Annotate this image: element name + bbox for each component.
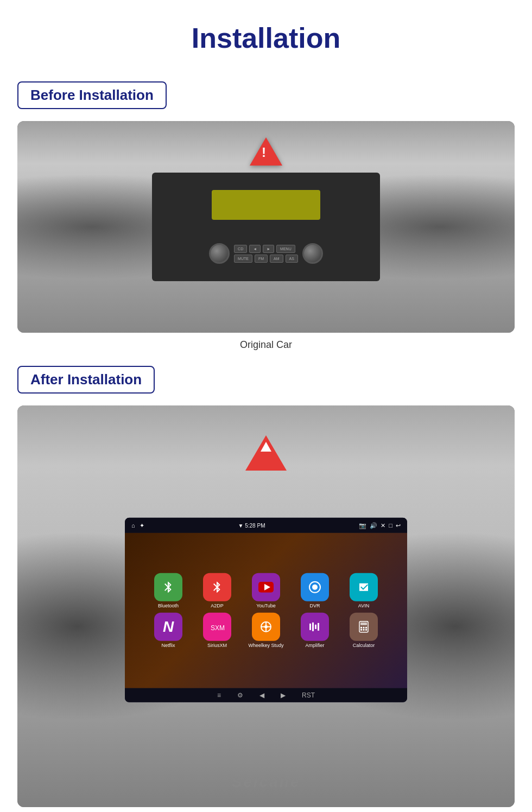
dash-prev-btn: ◄ (249, 245, 261, 253)
dash-right-knob (302, 243, 323, 264)
dash-left-knob (209, 243, 230, 264)
app-calculator[interactable]: Calculator (342, 613, 385, 648)
svg-rect-16 (360, 623, 367, 625)
amplifier-label: Amplifier (305, 643, 324, 648)
svg-rect-21 (363, 629, 365, 631)
youtube-icon (252, 573, 280, 601)
app-bluetooth[interactable]: Bluetooth (147, 573, 190, 608)
settings-status-icon: ✦ (140, 522, 144, 529)
avin-label: AVIN (358, 603, 369, 608)
app-row-1: Bluetooth A2DP (130, 573, 402, 608)
dash-fm-btn: FM (255, 255, 268, 263)
bluetooth-icon (154, 573, 182, 601)
dash-am-btn: AM (270, 255, 283, 263)
nav-reset-icon: RST (302, 692, 315, 699)
amplifier-icon (301, 613, 329, 641)
app-amplifier[interactable]: Amplifier (293, 613, 337, 648)
nav-arrow-right-icon: ▶ (281, 692, 286, 699)
svg-rect-20 (360, 629, 362, 631)
seicane-brand: Seicane (232, 773, 301, 791)
siriusxm-label: SiriusXM (207, 643, 227, 648)
before-installation-label: Before Installation (17, 81, 167, 109)
window-status-icon: □ (389, 522, 392, 529)
warning-triangle-icon (250, 137, 282, 166)
calculator-label: Calculator (353, 643, 375, 648)
dash-menu-btn: MENU (276, 245, 295, 253)
svg-rect-17 (360, 627, 362, 629)
camera-status-icon: 📷 (359, 522, 366, 529)
a2dp-icon (203, 573, 231, 601)
a2dp-label: A2DP (211, 603, 224, 608)
status-signal-icon: ▼ (238, 522, 245, 528)
app-a2dp[interactable]: A2DP (195, 573, 239, 608)
svg-text:SXM: SXM (211, 624, 225, 632)
nav-menu-icon: ≡ (217, 692, 221, 699)
android-head-unit: ⌂ ✦ ▼ 5:28 PM 📷 🔊 ✕ □ ↩ (125, 518, 407, 702)
wheelkey-label: Wheelkey Study (248, 643, 283, 648)
after-installation-image: ⌂ ✦ ▼ 5:28 PM 📷 🔊 ✕ □ ↩ (17, 405, 515, 807)
dvr-label: DVR (309, 603, 320, 608)
home-status-icon: ⌂ (131, 522, 135, 529)
before-installation-image: CD ◄ ► MENU MUTE FM AM AS (17, 121, 515, 333)
app-grid: Bluetooth A2DP (130, 538, 402, 683)
youtube-label: YouTube (256, 603, 275, 608)
before-caption: Original Car (0, 339, 532, 351)
volume-status-icon: 🔊 (370, 522, 377, 529)
dash-next-btn: ► (263, 245, 274, 253)
page-title: Installation (0, 11, 532, 65)
app-avin[interactable]: AVIN (342, 573, 385, 608)
dash-as-btn: AS (286, 255, 298, 263)
status-time: 5:28 PM (245, 522, 265, 528)
siriusxm-icon: SXM (203, 613, 231, 641)
original-dashboard: CD ◄ ► MENU MUTE FM AM AS (152, 173, 380, 281)
svg-rect-11 (309, 624, 311, 630)
avin-icon (350, 573, 378, 601)
svg-rect-12 (312, 623, 314, 631)
dash-mute-btn: MUTE (234, 255, 252, 263)
android-nav-bar: ≡ ⚙ ◀ ▶ RST (125, 688, 407, 702)
app-dvr[interactable]: DVR (293, 573, 337, 608)
app-siriusxm[interactable]: SXM SiriusXM (195, 613, 239, 648)
nav-settings-icon: ⚙ (237, 692, 243, 699)
app-youtube[interactable]: YouTube (244, 573, 288, 608)
back-status-icon: ↩ (396, 522, 401, 529)
close-status-icon: ✕ (381, 522, 385, 529)
app-row-2: N Netflix SXM SiriusXM (130, 613, 402, 648)
nav-arrow-left-icon: ◀ (259, 692, 264, 699)
app-netflix[interactable]: N Netflix (147, 613, 190, 648)
dash-cd-btn: CD (234, 245, 247, 253)
app-wheelkey[interactable]: Wheelkey Study (244, 613, 288, 648)
svg-point-6 (264, 625, 268, 629)
calculator-icon (350, 613, 378, 641)
svg-rect-19 (365, 627, 367, 629)
svg-rect-14 (318, 623, 319, 631)
netflix-icon: N (154, 613, 182, 641)
svg-rect-22 (365, 629, 367, 631)
dvr-icon (301, 573, 329, 601)
android-app-content: Bluetooth A2DP (125, 533, 407, 688)
svg-rect-13 (315, 625, 316, 629)
netflix-label: Netflix (161, 643, 175, 648)
svg-rect-18 (363, 627, 365, 629)
svg-point-3 (312, 585, 318, 590)
warning-triangle-after-icon (245, 435, 287, 471)
bluetooth-label: Bluetooth (158, 603, 179, 608)
wheelkey-icon (252, 613, 280, 641)
dash-lcd-display (212, 190, 320, 220)
after-installation-label: After Installation (17, 366, 155, 394)
android-status-bar: ⌂ ✦ ▼ 5:28 PM 📷 🔊 ✕ □ ↩ (125, 518, 407, 533)
